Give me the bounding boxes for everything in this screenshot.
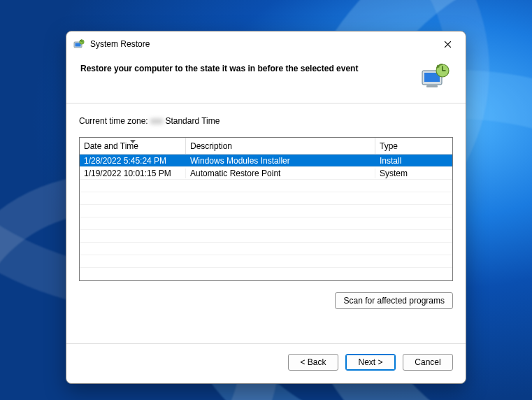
- svg-rect-5: [426, 85, 438, 87]
- column-header-description[interactable]: Description: [186, 138, 375, 154]
- table-row-empty: [80, 192, 452, 205]
- timezone-name-redacted: xxx: [150, 116, 163, 126]
- column-header-label: Type: [380, 141, 398, 151]
- wizard-header-text: Restore your computer to the state it wa…: [80, 61, 412, 73]
- svg-rect-1: [76, 43, 81, 47]
- cancel-button[interactable]: Cancel: [403, 354, 453, 371]
- table-row-empty: [80, 180, 452, 192]
- restore-large-icon: [419, 61, 452, 93]
- wizard-footer: < Back Next > Cancel: [66, 343, 466, 383]
- cell-description: Automatic Restore Point: [186, 169, 375, 178]
- restore-points-table[interactable]: Date and Time Description Type 1/28/2022…: [79, 137, 453, 281]
- wizard-header: Restore your computer to the state it wa…: [66, 57, 466, 100]
- next-button[interactable]: Next >: [345, 354, 396, 371]
- table-row[interactable]: 1/28/2022 5:45:24 PMWindows Modules Inst…: [80, 155, 452, 167]
- titlebar[interactable]: System Restore: [66, 31, 466, 57]
- cell-type: Install: [375, 156, 452, 166]
- table-row-empty: [80, 255, 452, 268]
- cell-description: Windows Modules Installer: [186, 156, 375, 166]
- table-row-empty: [80, 243, 452, 255]
- column-header-label: Description: [190, 141, 232, 151]
- table-row-empty: [80, 217, 452, 230]
- cell-type: System: [375, 169, 452, 178]
- table-row-empty: [80, 230, 452, 243]
- timezone-suffix: Standard Time: [163, 116, 220, 126]
- table-row-empty: [80, 268, 452, 280]
- close-icon: [444, 41, 452, 48]
- timezone-label: Current time zone: xxx Standard Time: [79, 116, 453, 126]
- system-restore-icon: [73, 38, 85, 50]
- timezone-prefix: Current time zone:: [79, 116, 150, 126]
- sort-descending-icon: [130, 138, 136, 145]
- window-title: System Restore: [90, 39, 150, 49]
- system-restore-window: System Restore Restore your computer to …: [66, 31, 466, 384]
- table-header: Date and Time Description Type: [80, 138, 452, 155]
- table-row[interactable]: 1/19/2022 10:01:15 PMAutomatic Restore P…: [80, 167, 452, 180]
- back-button[interactable]: < Back: [288, 354, 338, 371]
- column-header-datetime[interactable]: Date and Time: [80, 138, 186, 154]
- wizard-body: Current time zone: xxx Standard Time Dat…: [66, 103, 466, 343]
- scan-affected-button[interactable]: Scan for affected programs: [335, 292, 453, 309]
- table-row-empty: [80, 205, 452, 217]
- table-body: 1/28/2022 5:45:24 PMWindows Modules Inst…: [80, 155, 452, 280]
- close-button[interactable]: [432, 34, 463, 55]
- cell-datetime: 1/19/2022 10:01:15 PM: [80, 169, 186, 178]
- cell-datetime: 1/28/2022 5:45:24 PM: [80, 156, 186, 166]
- column-header-type[interactable]: Type: [375, 138, 452, 154]
